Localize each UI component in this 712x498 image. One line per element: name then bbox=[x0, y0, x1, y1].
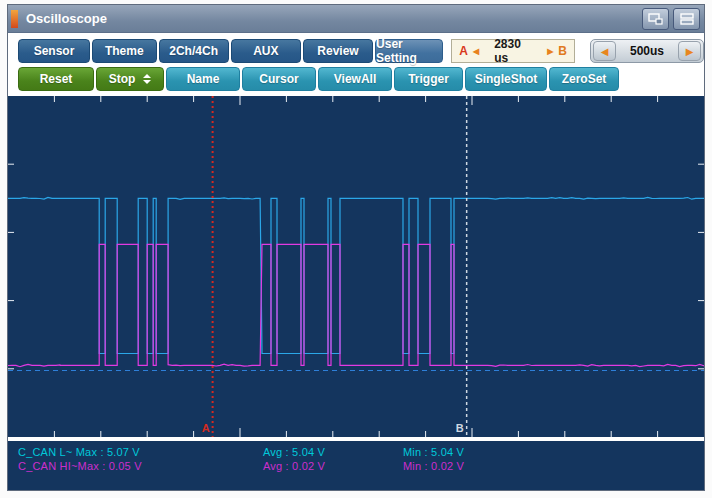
toolbar-row-1: Sensor Theme 2Ch/4Ch AUX Review User Set… bbox=[8, 33, 704, 65]
reset-button[interactable]: Reset bbox=[18, 67, 94, 91]
channel2-measurements: C_CAN HI~Max : 0.05 V Avg : 0.02 V Min :… bbox=[18, 460, 704, 472]
timebase-value: 500us bbox=[616, 44, 678, 58]
measurement-statusbar: C_CAN L~ Max : 5.07 V Avg : 5.04 V Min :… bbox=[8, 441, 704, 491]
name-button[interactable]: Name bbox=[166, 67, 240, 91]
window-title: Oscilloscope bbox=[26, 11, 642, 26]
review-button[interactable]: Review bbox=[303, 39, 373, 63]
cursor-a-label: A bbox=[459, 44, 468, 58]
channel-mode-button[interactable]: 2Ch/4Ch bbox=[159, 39, 229, 63]
scope-canvas[interactable]: AB bbox=[8, 96, 704, 437]
aux-button[interactable]: AUX bbox=[231, 39, 301, 63]
ab-cursor-readout[interactable]: A ◀ 2830 us ▶ B bbox=[451, 39, 575, 63]
stop-button-label: Stop bbox=[109, 72, 136, 86]
user-setting-button[interactable]: User Setting bbox=[375, 39, 443, 63]
cursor-b-label: B bbox=[558, 44, 567, 58]
ch2-max-readout: C_CAN HI~Max : 0.05 V bbox=[18, 460, 263, 472]
title-bar: Oscilloscope bbox=[8, 5, 704, 33]
ch2-min-readout: Min : 0.02 V bbox=[403, 460, 704, 472]
stacked-windows-icon bbox=[680, 13, 694, 25]
run-stop-spinner-icon bbox=[143, 74, 151, 84]
svg-text:A: A bbox=[202, 422, 210, 434]
cursor-a-arrow-icon: ◀ bbox=[473, 47, 479, 56]
left-arrow-icon: ◀ bbox=[601, 46, 609, 57]
title-accent bbox=[11, 10, 18, 28]
stacked-windows-button[interactable] bbox=[673, 8, 700, 30]
svg-text:B: B bbox=[456, 422, 464, 434]
right-arrow-icon: ▶ bbox=[686, 46, 694, 57]
cascade-windows-icon bbox=[648, 13, 663, 25]
ch1-min-readout: Min : 5.04 V bbox=[403, 446, 704, 458]
channel1-measurements: C_CAN L~ Max : 5.07 V Avg : 5.04 V Min :… bbox=[18, 446, 704, 458]
ab-delta-value: 2830 us bbox=[484, 37, 542, 65]
sensor-button[interactable]: Sensor bbox=[18, 39, 90, 63]
zeroset-button[interactable]: ZeroSet bbox=[549, 67, 619, 91]
ch2-avg-readout: Avg : 0.02 V bbox=[263, 460, 403, 472]
cascade-windows-button[interactable] bbox=[642, 8, 669, 30]
stop-button[interactable]: Stop bbox=[96, 67, 164, 91]
theme-button[interactable]: Theme bbox=[92, 39, 156, 63]
ch1-max-readout: C_CAN L~ Max : 5.07 V bbox=[18, 446, 263, 458]
ch1-avg-readout: Avg : 5.04 V bbox=[263, 446, 403, 458]
timebase-selector: ◀ 500us ▶ bbox=[590, 39, 704, 63]
cursor-b-arrow-icon: ▶ bbox=[547, 47, 553, 56]
timebase-decrease-button[interactable]: ◀ bbox=[593, 41, 616, 61]
singleshot-button[interactable]: SingleShot bbox=[465, 67, 547, 91]
timebase-increase-button[interactable]: ▶ bbox=[678, 41, 701, 61]
cursor-button[interactable]: Cursor bbox=[242, 67, 316, 91]
toolbar-row-2: Reset Stop Name Cursor ViewAll Trigger S… bbox=[8, 65, 704, 91]
viewall-button[interactable]: ViewAll bbox=[318, 67, 392, 91]
trigger-button[interactable]: Trigger bbox=[394, 67, 463, 91]
oscilloscope-window: Oscilloscope Sensor Theme 2Ch/4Ch AUX Re… bbox=[7, 4, 705, 491]
